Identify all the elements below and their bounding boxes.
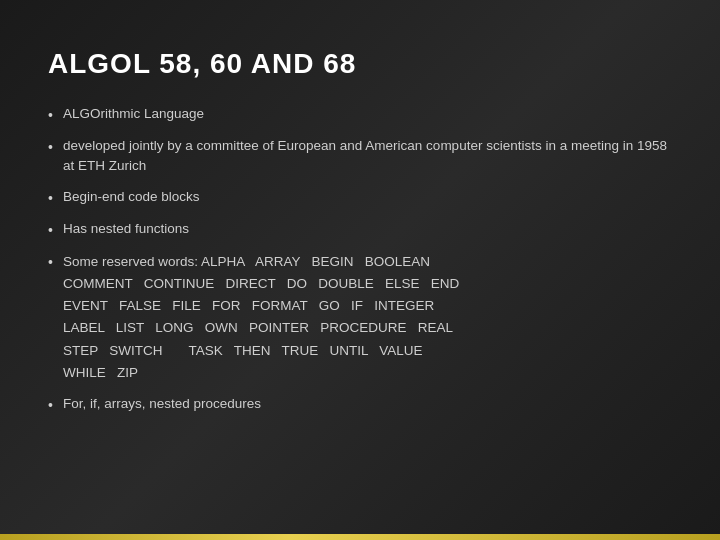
bullet-text: developed jointly by a committee of Euro… [63, 136, 672, 177]
list-item: • Has nested functions [48, 219, 672, 241]
slide: ALGOL 58, 60 AND 68 • ALGOrithmic Langua… [0, 0, 720, 540]
bullet-text: Begin-end code blocks [63, 187, 672, 207]
bullet-dot: • [48, 105, 53, 126]
bullet-dot: • [48, 252, 53, 273]
bullet-list: • ALGOrithmic Language • developed joint… [48, 104, 672, 416]
bullet-text-reserved: Some reserved words: ALPHA ARRAY BEGIN B… [63, 251, 672, 385]
bullet-text: ALGOrithmic Language [63, 104, 672, 124]
slide-title: ALGOL 58, 60 AND 68 [48, 48, 672, 80]
bullet-dot: • [48, 220, 53, 241]
list-item: • Begin-end code blocks [48, 187, 672, 209]
list-item: • Some reserved words: ALPHA ARRAY BEGIN… [48, 251, 672, 385]
list-item: • developed jointly by a committee of Eu… [48, 136, 672, 177]
bullet-text: For, if, arrays, nested procedures [63, 394, 672, 414]
list-item: • For, if, arrays, nested procedures [48, 394, 672, 416]
bullet-dot: • [48, 137, 53, 158]
bullet-dot: • [48, 188, 53, 209]
list-item: • ALGOrithmic Language [48, 104, 672, 126]
bullet-text: Has nested functions [63, 219, 672, 239]
bullet-dot: • [48, 395, 53, 416]
